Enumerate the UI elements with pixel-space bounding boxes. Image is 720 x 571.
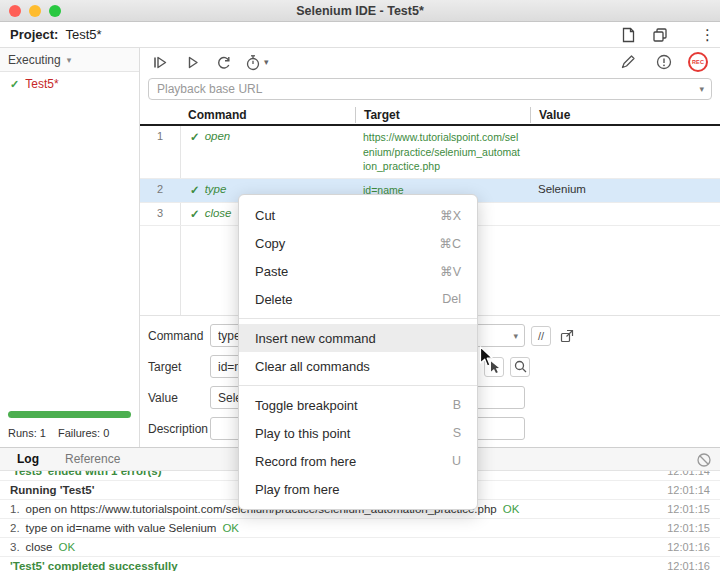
- context-menu-item[interactable]: Play from here: [239, 475, 477, 503]
- log-entry-text: 'Test5' ended with 1 error(s): [10, 471, 162, 477]
- menu-item-label: Play from here: [255, 482, 340, 497]
- chevron-down-icon: ▾: [264, 57, 269, 67]
- titlebar: Selenium IDE - Test5*: [0, 0, 720, 22]
- menu-item-label: Clear all commands: [255, 359, 370, 374]
- target-column-header: Target: [355, 107, 530, 123]
- open-in-new-icon[interactable]: [557, 326, 577, 346]
- context-menu-item[interactable]: Clear all commands: [239, 352, 477, 380]
- log-entry-text: Running 'Test5': [10, 484, 94, 496]
- failures-count: Failures: 0: [58, 427, 109, 439]
- log-tab[interactable]: Log: [4, 448, 52, 470]
- value-cell: [530, 126, 720, 134]
- menu-item-label: Paste: [255, 264, 288, 279]
- command-field-label: Command: [148, 329, 210, 343]
- context-menu-item[interactable]: Play to this point S: [239, 419, 477, 447]
- close-window-button[interactable]: [9, 5, 21, 17]
- command-column-header: Command: [180, 107, 355, 123]
- context-menu-item[interactable]: Paste ⌘V: [239, 257, 477, 285]
- chevron-down-icon[interactable]: ▾: [699, 84, 704, 94]
- new-project-icon[interactable]: [618, 25, 638, 45]
- menu-item-label: Copy: [255, 236, 285, 251]
- check-icon: ✓: [190, 130, 200, 144]
- row-number: 3: [140, 203, 180, 219]
- run-current-test-button[interactable]: [180, 51, 204, 73]
- log-tab[interactable]: Reference: [52, 448, 133, 470]
- disable-breakpoints-button[interactable]: [616, 51, 640, 73]
- log-entry-text: type on id=name with value Selenium: [26, 522, 217, 534]
- menu-item-label: Delete: [255, 292, 293, 307]
- find-target-button[interactable]: [510, 357, 530, 377]
- run-progress-bar: [8, 411, 131, 418]
- menu-item-label: Cut: [255, 208, 275, 223]
- value-cell: Selenium: [530, 179, 720, 199]
- table-row[interactable]: 1 ✓ open https://www.tutorialspoint.com/…: [140, 126, 720, 179]
- context-menu-item[interactable]: Cut ⌘X: [239, 201, 477, 229]
- clear-log-button[interactable]: [696, 452, 712, 468]
- context-menu-item[interactable]: [239, 385, 477, 386]
- project-label: Project:: [10, 27, 58, 42]
- log-entry-number: 3.: [10, 541, 20, 553]
- check-icon: ✓: [190, 183, 200, 197]
- log-entry-status: OK: [503, 503, 520, 515]
- record-button[interactable]: REC: [688, 52, 708, 72]
- log-entry: 2. type on id=name with value Selenium O…: [0, 519, 720, 538]
- tests-dropdown[interactable]: Executing ▾: [0, 48, 139, 72]
- log-entry-status: OK: [58, 541, 75, 553]
- context-menu-item[interactable]: Copy ⌘C: [239, 229, 477, 257]
- target-field-label: Target: [148, 360, 210, 374]
- step-over-button[interactable]: [212, 51, 236, 73]
- window-title: Selenium IDE - Test5*: [0, 4, 720, 18]
- command-cell: ✓ open: [180, 126, 355, 148]
- check-icon: ✓: [190, 207, 200, 221]
- context-menu-item[interactable]: Toggle breakpoint B: [239, 391, 477, 419]
- context-menu-item[interactable]: Insert new command: [239, 324, 477, 352]
- stopwatch-icon: [244, 53, 262, 72]
- log-entry-timestamp: 12:01:15: [667, 522, 710, 534]
- menu-item-shortcut: ⌘X: [440, 208, 461, 223]
- menu-item-shortcut: B: [453, 398, 461, 412]
- log-entry-text: close: [26, 541, 53, 553]
- context-menu-item[interactable]: Record from here U: [239, 447, 477, 475]
- test-list-item[interactable]: ✓ Test5*: [0, 72, 139, 96]
- log-entry: 'Test5' completed successfully 12:01:16: [0, 557, 720, 571]
- comment-toggle-button[interactable]: //: [531, 326, 551, 346]
- table-header: Command Target Value: [140, 106, 720, 126]
- url-bar: ▾: [140, 76, 720, 106]
- value-field-label: Value: [148, 391, 210, 405]
- sidebar-footer: Runs: 1 Failures: 0: [8, 411, 131, 439]
- menu-item-shortcut: ⌘V: [440, 264, 461, 279]
- project-bar: Project: Test5* ⋮: [0, 22, 720, 48]
- open-project-icon[interactable]: [650, 25, 670, 45]
- description-field-label: Description: [148, 422, 210, 436]
- playback-base-url-input[interactable]: [148, 78, 712, 100]
- command-name: type: [205, 183, 227, 197]
- exclamation-circle-icon: [655, 53, 673, 71]
- playback-toolbar: ▾ REC: [140, 48, 720, 76]
- loop-icon: [215, 53, 233, 72]
- chevron-down-icon: ▾: [67, 55, 72, 65]
- menu-item-label: Play to this point: [255, 426, 350, 441]
- kebab-menu-icon[interactable]: ⋮: [700, 27, 710, 42]
- project-name: Test5*: [65, 27, 101, 42]
- test-list: ✓ Test5*: [0, 72, 139, 96]
- menu-item-shortcut: S: [453, 426, 461, 440]
- command-name: close: [205, 207, 232, 221]
- test-speed-button[interactable]: ▾: [244, 51, 269, 73]
- select-target-button[interactable]: [484, 357, 504, 377]
- menu-item-shortcut: U: [452, 454, 461, 468]
- test-name: Test5*: [25, 77, 58, 91]
- context-menu-item[interactable]: [239, 318, 477, 319]
- check-icon: ✓: [10, 78, 19, 91]
- selenium-ide-window: Selenium IDE - Test5* Project: Test5* ⋮ …: [0, 0, 720, 571]
- minimize-window-button[interactable]: [29, 5, 41, 17]
- menu-item-label: Record from here: [255, 454, 356, 469]
- zoom-window-button[interactable]: [49, 5, 61, 17]
- log-entry-number: 2.: [10, 522, 20, 534]
- traffic-lights: [9, 5, 61, 17]
- run-all-tests-button[interactable]: [148, 51, 172, 73]
- pause-on-exceptions-button[interactable]: [652, 51, 676, 73]
- search-icon: [513, 359, 528, 374]
- context-menu-item[interactable]: Delete Del: [239, 285, 477, 313]
- target-cell: https://www.tutorialspoint.com/selenium/…: [355, 126, 530, 178]
- toolbar-right: REC: [616, 51, 712, 73]
